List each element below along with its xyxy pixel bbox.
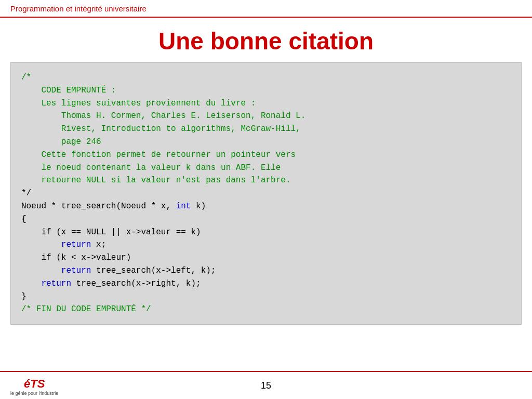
code-line-2: CODE EMPRUNTÉ :: [21, 84, 511, 97]
footer-logo: éTS le génie pour l'industrie: [10, 378, 58, 396]
header-title: Programmation et intégrité universitaire: [10, 4, 147, 13]
header-bar: Programmation et intégrité universitaire: [0, 0, 532, 18]
code-line-8: le noeud contenant la valeur k dans un A…: [21, 162, 511, 175]
code-line-9: retourne NULL si la valeur n'est pas dan…: [21, 174, 511, 187]
code-line-4: Thomas H. Cormen, Charles E. Leiserson, …: [21, 110, 511, 123]
code-line-11: Noeud * tree_search(Noeud * x, int k): [21, 200, 511, 213]
code-line-7: Cette fonction permet de retourner un po…: [21, 149, 511, 162]
code-line-1: /*: [21, 71, 511, 84]
code-line-6: page 246: [21, 136, 511, 149]
code-line-17: return tree_search(x->right, k);: [21, 277, 511, 290]
page-number: 15: [261, 380, 271, 391]
slide-title: Une bonne citation: [0, 18, 532, 62]
code-line-18: }: [21, 290, 511, 303]
code-line-10: */: [21, 187, 511, 200]
code-line-19: /* FIN DU CODE EMPRUNTÉ */: [21, 303, 511, 316]
logo-text: éTS: [24, 378, 45, 390]
code-line-14: return x;: [21, 238, 511, 251]
code-line-3: Les lignes suivantes proviennent du livr…: [21, 97, 511, 110]
footer: éTS le génie pour l'industrie 15: [0, 371, 532, 399]
code-line-13: if (x == NULL || x->valeur == k): [21, 226, 511, 239]
code-line-5: Rivest, Introduction to algorithms, McGr…: [21, 123, 511, 136]
code-block: /* CODE EMPRUNTÉ : Les lignes suivantes …: [10, 62, 522, 325]
logo-subtext: le génie pour l'industrie: [10, 391, 58, 396]
code-line-12: {: [21, 213, 511, 226]
code-line-16: return tree_search(x->left, k);: [21, 264, 511, 277]
code-line-15: if (k < x->valeur): [21, 251, 511, 264]
